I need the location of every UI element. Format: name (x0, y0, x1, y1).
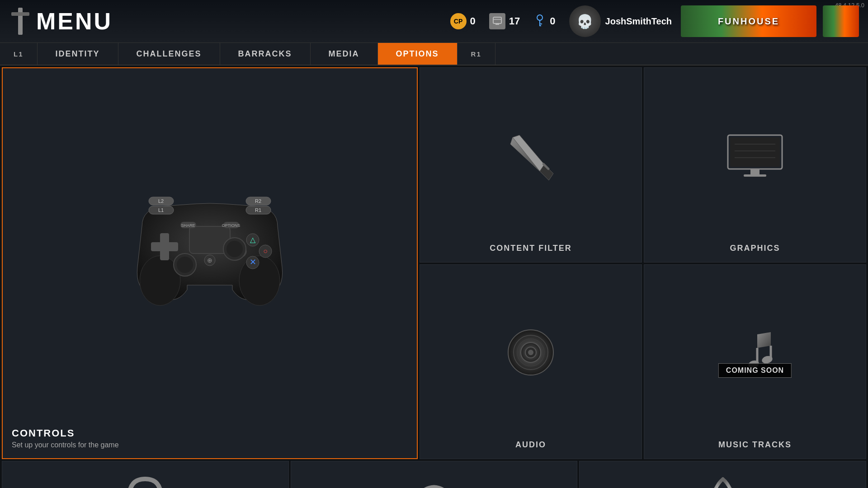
speaker-icon (506, 328, 556, 377)
svg-rect-6 (539, 20, 540, 26)
svg-text:⊕: ⊕ (207, 257, 212, 264)
svg-point-10 (239, 256, 280, 305)
controls-info: CONTROLS Set up your controls for the ga… (3, 421, 417, 458)
nav-l1[interactable]: L1 (0, 43, 38, 65)
audio-icon-area (420, 265, 642, 441)
svg-rect-2 (493, 17, 501, 23)
svg-rect-25 (151, 242, 178, 251)
options-grid: CONTENT FILTER GRAPHICS (420, 67, 866, 459)
banner-text: FUNHOUSE (718, 16, 779, 27)
nav-options[interactable]: OPTIONS (378, 43, 458, 65)
svg-rect-42 (730, 137, 780, 167)
svg-rect-7 (539, 23, 542, 24)
svg-text:SHARE: SHARE (181, 223, 195, 228)
coming-soon-badge: COMING SOON (718, 363, 792, 378)
top-bar: 48.4.12.5.0 MENU CP 0 17 (0, 0, 868, 43)
user-avatar: 💀 (569, 5, 601, 37)
nav-challenges[interactable]: CHALLENGES (118, 43, 220, 65)
menu-title: MENU (36, 8, 113, 35)
cp-value: 0 (470, 15, 476, 27)
nav-r1[interactable]: R1 (458, 43, 495, 65)
key-icon (533, 13, 546, 29)
knife-icon (504, 128, 558, 183)
svg-rect-8 (539, 25, 541, 26)
network-icon-area (409, 461, 459, 488)
headset-icon (120, 472, 170, 488)
key-value: 0 (550, 15, 555, 27)
controls-description: Set up your controls for the game (12, 441, 408, 449)
cp-currency: CP 0 (450, 13, 476, 29)
main-content: L1 L2 R1 R2 SHARE OPTIONS (0, 66, 868, 461)
celtic-knot-icon (698, 472, 748, 488)
audio-tile[interactable]: AUDIO (420, 264, 642, 460)
svg-text:○: ○ (263, 247, 268, 255)
svg-rect-1 (11, 12, 29, 16)
svg-text:△: △ (250, 236, 256, 244)
controller-illustration: L1 L2 R1 R2 SHARE OPTIONS (115, 181, 305, 308)
sd-icon (489, 13, 505, 29)
credits-icon-area (698, 461, 748, 488)
svg-point-5 (537, 15, 542, 20)
svg-text:L1: L1 (158, 207, 164, 213)
content-filter-tile[interactable]: CONTENT FILTER (420, 67, 642, 263)
user-banner: FUNHOUSE (681, 5, 816, 37)
sd-value: 17 (509, 15, 520, 27)
bottom-section: MUTING NETWORK (0, 461, 868, 488)
svg-text:L2: L2 (158, 198, 164, 204)
svg-rect-3 (495, 23, 499, 25)
music-tracks-tile[interactable]: COMING SOON MUSIC TRACKS (644, 264, 866, 460)
muting-icon-area (120, 461, 170, 488)
nav-media[interactable]: MEDIA (311, 43, 378, 65)
user-name: JoshSmithTech (605, 16, 672, 27)
user-section: 💀 JoshSmithTech FUNHOUSE (569, 5, 859, 37)
graphics-tile[interactable]: GRAPHICS (644, 67, 866, 263)
monitor-icon (726, 133, 784, 178)
content-filter-icon-area (420, 68, 642, 244)
svg-text:✕: ✕ (250, 258, 256, 267)
controls-image-area: L1 L2 R1 R2 SHARE OPTIONS (3, 68, 417, 421)
svg-point-35 (177, 257, 193, 273)
graphics-label: GRAPHICS (730, 244, 780, 253)
nav-identity[interactable]: IDENTITY (38, 43, 118, 65)
menu-logo: MENU (9, 5, 113, 37)
svg-point-53 (528, 350, 533, 355)
nav-bar: L1 IDENTITY CHALLENGES BARRACKS MEDIA OP… (0, 43, 868, 66)
svg-rect-0 (18, 8, 23, 35)
currency-bar: CP 0 17 0 (450, 13, 556, 29)
sd-currency: 17 (489, 13, 520, 29)
graphics-icon-area (644, 68, 866, 244)
controls-title: CONTROLS (12, 427, 408, 439)
svg-rect-47 (744, 174, 766, 177)
cp-icon: CP (450, 13, 467, 29)
svg-text:OPTIONS: OPTIONS (222, 223, 241, 228)
user-banner-2 (823, 5, 859, 37)
network-tile[interactable]: NETWORK (291, 461, 578, 488)
wifi-icon (409, 474, 459, 488)
credits-tile[interactable]: CREDITS (579, 461, 866, 488)
menu-logo-icon (9, 5, 32, 37)
svg-rect-46 (750, 169, 760, 174)
key-currency: 0 (533, 13, 555, 29)
muting-tile[interactable]: MUTING (2, 461, 289, 488)
music-icon-area (644, 265, 866, 441)
content-filter-label: CONTENT FILTER (490, 244, 572, 253)
music-tracks-label: MUSIC TRACKS (718, 440, 792, 450)
svg-text:R1: R1 (255, 207, 261, 213)
controls-panel[interactable]: L1 L2 R1 R2 SHARE OPTIONS (2, 67, 418, 459)
audio-label: AUDIO (515, 440, 546, 450)
svg-text:R2: R2 (255, 198, 261, 204)
svg-point-37 (226, 241, 243, 257)
nav-barracks[interactable]: BARRACKS (220, 43, 311, 65)
